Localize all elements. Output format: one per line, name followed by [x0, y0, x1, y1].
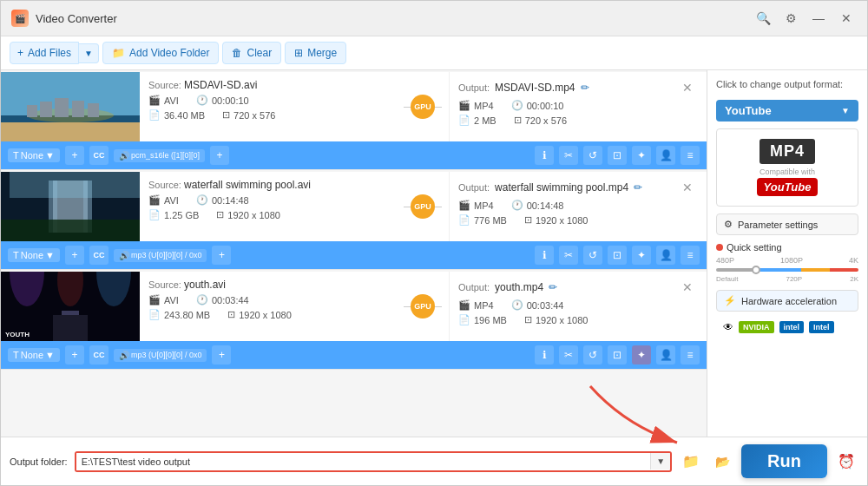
param-settings-button[interactable]: ⚙ Parameter settings [716, 213, 858, 235]
yt-logo-text: You [764, 181, 785, 194]
svg-rect-4 [40, 102, 52, 117]
remove-file-1[interactable]: ✕ [677, 79, 698, 96]
subtitle-edit-btn-2[interactable]: ≡ [681, 246, 700, 265]
intel-badge: Intel [809, 321, 834, 333]
q-label-1080: 1080P [780, 256, 803, 265]
svg-rect-6 [72, 101, 84, 117]
subtitle-edit-btn-3[interactable]: ≡ [681, 345, 700, 364]
source-format-1: 🎬 AVI [148, 95, 179, 106]
info-btn-3[interactable]: ℹ [535, 345, 554, 364]
gpu-badge-1: GPU [411, 95, 435, 119]
source-meta-2: 🎬AVI 🕐00:14:48 [148, 194, 388, 206]
subtitle-select-1[interactable]: T None ▼ [8, 148, 60, 162]
size-icon-1: 📄 [148, 109, 161, 121]
add-files-dropdown[interactable]: ▼ [79, 43, 99, 63]
watermark-btn-1[interactable]: 👤 [656, 146, 675, 165]
edit-output-1[interactable]: ✏ [581, 82, 589, 94]
eye-icon: 👁 [723, 321, 733, 333]
quick-setting-label: Quick setting [716, 242, 858, 253]
folder-icon: 📁 [112, 47, 125, 59]
remove-file-3[interactable]: ✕ [677, 279, 698, 296]
browse-folder-button[interactable]: 📁 [679, 450, 703, 474]
search-button[interactable]: 🔍 [753, 8, 773, 29]
rotate-btn-1[interactable]: ↺ [583, 146, 602, 165]
add-subtitle-1[interactable]: + [65, 146, 84, 165]
run-button[interactable]: Run [741, 444, 827, 478]
add-audio-2[interactable]: + [212, 246, 231, 265]
subtitle-select-3[interactable]: T None ▼ [8, 348, 60, 362]
info-btn-1[interactable]: ℹ [535, 146, 554, 165]
merge-button[interactable]: ⊞ Merge [285, 42, 346, 64]
alarm-button[interactable]: ⏰ [834, 450, 858, 474]
effect-btn-3[interactable]: ✦ [632, 345, 651, 364]
subtitle-select-2[interactable]: T None ▼ [8, 248, 60, 262]
yt-logo-bg: YouTube [757, 178, 819, 196]
add-subtitle-3[interactable]: + [65, 345, 84, 364]
output-name-3: youth.mp4 [495, 281, 543, 293]
cc-btn-3[interactable]: CC [89, 345, 108, 364]
crop-btn-2[interactable]: ⊡ [608, 246, 627, 265]
effect-btn-2[interactable]: ✦ [632, 246, 651, 265]
youtube-dropdown-arrow: ▼ [841, 106, 850, 115]
audio-select-3[interactable]: 🔊 mp3 (U[0][0][0] / 0x0 [114, 349, 207, 362]
rotate-btn-3[interactable]: ↺ [583, 345, 602, 364]
edit-output-3[interactable]: ✏ [549, 281, 557, 293]
edit-output-2[interactable]: ✏ [634, 181, 642, 194]
crop-btn-1[interactable]: ⊡ [608, 146, 627, 165]
audio-select-1[interactable]: 🔊 pcm_s16le ([1][0][0] [114, 149, 205, 162]
yt-logo-text2: Tube [785, 181, 812, 194]
cc-btn-1[interactable]: CC [89, 146, 108, 165]
T-icon-3: T [13, 350, 19, 360]
format-label: Click to change output format: [716, 79, 858, 89]
file-item-3: YOUTH Source: youth.avi 🎬AVI 🕐00:03:44 📄… [1, 272, 707, 370]
quick-label-text: Quick setting [727, 242, 782, 253]
cut-btn-3[interactable]: ✂ [559, 345, 578, 364]
source-size-1: 📄 36.40 MB [148, 109, 205, 121]
sz-icon-2: 📄 [148, 209, 161, 220]
crop-btn-3[interactable]: ⊡ [608, 345, 627, 364]
out-clk-icon-3: 🕐 [511, 299, 523, 311]
add-audio-1[interactable]: + [210, 146, 229, 165]
quality-thumb[interactable] [752, 266, 760, 274]
add-subtitle-2[interactable]: + [65, 246, 84, 265]
clear-button[interactable]: 🗑 Clear [222, 42, 281, 64]
remove-file-2[interactable]: ✕ [677, 179, 698, 196]
close-window-button[interactable]: ✕ [836, 8, 857, 29]
out-res-icon-1: ⊡ [514, 115, 522, 126]
cut-btn-2[interactable]: ✂ [559, 246, 578, 265]
source-duration-1: 🕐 00:00:10 [196, 95, 249, 106]
add-video-folder-button[interactable]: 📁 Add Video Folder [102, 42, 220, 64]
settings-button[interactable]: ⚙ [780, 8, 801, 29]
output-path-dropdown[interactable]: ▼ [650, 453, 670, 470]
quality-slider[interactable] [716, 265, 858, 275]
q-label-4k: 4K [849, 256, 858, 265]
watermark-btn-3[interactable]: 👤 [656, 345, 675, 364]
output-info-2: Output: waterfall swimming pool.mp4 ✏ ✕ … [449, 172, 707, 241]
cc-btn-2[interactable]: CC [89, 246, 108, 265]
info-btn-2[interactable]: ℹ [535, 246, 554, 265]
output-name-1: MSDAVI-SD.mp4 [495, 82, 575, 94]
svg-rect-19 [53, 315, 88, 341]
add-files-button[interactable]: + Add Files [10, 42, 79, 64]
pos-default: Default [716, 275, 738, 283]
watermark-btn-2[interactable]: 👤 [656, 246, 675, 265]
format-preview: MP4 Compatible with YouTube [716, 128, 858, 207]
minimize-button[interactable]: — [808, 8, 829, 29]
subtitle-edit-btn-1[interactable]: ≡ [681, 146, 700, 165]
cut-btn-1[interactable]: ✂ [559, 146, 578, 165]
app-icon: 🎬 [11, 10, 29, 27]
effect-btn-1[interactable]: ✦ [632, 146, 651, 165]
output-path-input[interactable] [76, 453, 651, 470]
hw-acceleration-button[interactable]: ⚡ Hardware acceleration [716, 290, 858, 312]
source-meta-1: 🎬 AVI 🕐 00:00:10 [148, 95, 388, 106]
quality-labels-row: 480P 1080P 4K [716, 256, 858, 265]
rotate-btn-2[interactable]: ↺ [583, 246, 602, 265]
add-audio-3[interactable]: + [212, 345, 231, 364]
clk-icon-3: 🕐 [196, 294, 208, 305]
youtube-selector[interactable]: YouTube ▼ [716, 100, 858, 122]
open-folder-button[interactable]: 📂 [710, 450, 734, 474]
subtitle-dropdown-2: ▼ [45, 250, 55, 260]
subtitle-dropdown-1: ▼ [45, 150, 55, 161]
source-info-1: Source: MSDAVI-SD.avi 🎬 AVI 🕐 00:00:10 [140, 72, 397, 141]
audio-select-2[interactable]: 🔊 mp3 (U[0][0][0] / 0x0 [114, 249, 207, 262]
